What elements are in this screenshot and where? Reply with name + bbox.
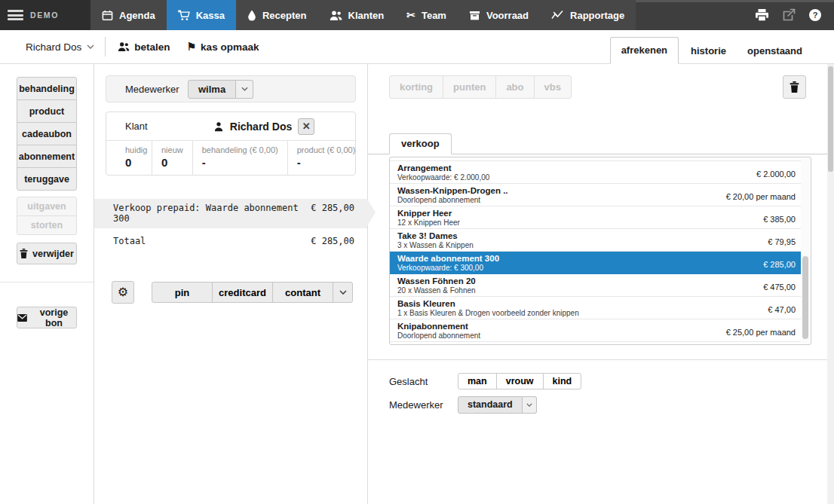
klant-selection: Richard Dos ✕ (182, 118, 346, 135)
standaard-value[interactable]: standaard (458, 396, 523, 414)
envelope-icon (17, 314, 27, 322)
standaard-select[interactable]: standaard (458, 396, 537, 414)
klant-header: Klant Richard Dos ✕ (106, 112, 355, 140)
list-item-knipper-heer[interactable]: Knipper Heer 12 x Knippen Heer € 385,00 (390, 206, 801, 229)
stat-huidig: huidig 0 (106, 141, 152, 175)
nav-tab-klanten[interactable]: Klanten (318, 0, 396, 30)
help-icon[interactable]: ? (808, 8, 822, 22)
gear-icon[interactable]: ⚙ (112, 281, 134, 304)
flag-icon: ⚑ (187, 41, 197, 52)
abo-button[interactable]: abo (495, 75, 534, 99)
chevron-down-icon[interactable] (236, 80, 253, 99)
teruggave-button[interactable]: teruggave (17, 167, 77, 191)
tab-historie[interactable]: historie (680, 38, 737, 64)
vrouw-button[interactable]: vrouw (496, 373, 544, 389)
page-scrollbar-thumb[interactable] (828, 66, 833, 172)
export-icon[interactable] (782, 8, 796, 22)
pin-button[interactable]: pin (152, 282, 213, 303)
chevron-down-icon[interactable] (523, 396, 537, 414)
clear-sale-button[interactable] (783, 75, 806, 99)
verwijder-button[interactable]: verwijder (17, 243, 77, 264)
list-item-take3-dames[interactable]: Take 3! Dames 3 x Wassen & Knippen € 79,… (390, 229, 801, 252)
list-item-waarde-abonnement-300[interactable]: Waarde abonnement 300 Verkoopwaarde: € 3… (390, 252, 801, 274)
item-subtitle: Verkoopwaarde: € 300,00 (397, 264, 786, 272)
nav-tab-agenda[interactable]: Agenda (90, 0, 167, 30)
cash-action-group: uitgaven storten (17, 197, 77, 235)
item-price: € 47,00 (768, 305, 796, 314)
receipt-total-row: Totaal € 285,00 (94, 228, 367, 246)
item-title: Knipper Heer (397, 209, 786, 218)
nav-tab-recepten[interactable]: Recepten (236, 0, 318, 30)
hamburger-icon[interactable] (8, 8, 23, 23)
item-subtitle: Verkoopwaarde: € 2.000,00 (397, 173, 786, 182)
modifier-row: korting punten abo vbs (389, 75, 806, 99)
verwijder-label: verwijder (32, 249, 74, 259)
user-select[interactable]: Richard Dos (26, 41, 94, 53)
kas-opmaak-button[interactable]: ⚑ kas opmaak (187, 41, 259, 53)
nav-tab-label: Rapportage (570, 10, 624, 21)
demo-label: DEMO (30, 11, 59, 20)
tab-afrekenen[interactable]: afrekenen (610, 37, 679, 64)
list-item-wassen-fohnen-20[interactable]: Wassen Föhnen 20 20 x Wassen & Fohnen € … (390, 274, 801, 297)
list-item-wassen-knippen-drogen[interactable]: Wassen-Knippen-Drogen .. Doorlopend abon… (390, 184, 801, 206)
chevron-down-icon[interactable] (333, 282, 353, 303)
list-item-arrangement[interactable]: Arrangement Verkoopwaarde: € 2.000,00 € … (390, 161, 801, 184)
checkout-tabs: afrekenen historie openstaand (610, 37, 813, 64)
punten-button[interactable]: punten (443, 75, 496, 99)
kind-button[interactable]: kind (543, 373, 582, 389)
nav-tab-kassa[interactable]: Kassa (167, 0, 236, 30)
nav-tab-voorraad[interactable]: Voorraad (458, 0, 540, 30)
uitgaven-button[interactable]: uitgaven (17, 197, 77, 216)
contant-button[interactable]: contant (272, 282, 333, 303)
sale-tab-row: verkoop (368, 133, 834, 154)
menu-area[interactable]: DEMO (0, 0, 90, 30)
topbar-spacer (636, 0, 755, 30)
divider (105, 37, 106, 57)
item-subtitle: 3 x Wassen & Knippen (397, 241, 786, 249)
receipt-line-description: Verkoop prepaid: Waarde abonnement 300 (113, 203, 303, 224)
sale-type-sidebar: behandeling product cadeaubon abonnement… (0, 64, 94, 504)
tab-verkoop[interactable]: verkoop (389, 133, 452, 154)
receipt-line-selected[interactable]: Verkoop prepaid: Waarde abonnement 300 €… (94, 199, 367, 228)
betalen-button[interactable]: betalen (118, 41, 170, 53)
creditcard-button[interactable]: creditcard (212, 282, 273, 303)
item-price: € 2.000,00 (756, 170, 796, 179)
drop-icon (247, 10, 256, 21)
abonnement-button[interactable]: abonnement (17, 145, 77, 168)
scissors-icon: ✂ (406, 10, 415, 20)
tab-openstaand[interactable]: openstaand (737, 38, 813, 64)
nav-tab-label: Recepten (262, 10, 307, 21)
storten-button[interactable]: storten (17, 215, 77, 235)
page-scrollbar[interactable] (827, 64, 834, 504)
payment-method-group: pin creditcard contant (152, 282, 353, 303)
vorige-bon-button[interactable]: vorige bon (17, 307, 77, 328)
item-subtitle: 12 x Knippen Heer (397, 218, 786, 227)
close-icon[interactable]: ✕ (298, 118, 314, 135)
medewerker-select[interactable]: wilma (188, 80, 253, 99)
medewerker-value[interactable]: wilma (188, 80, 236, 99)
nav-tab-label: Agenda (119, 10, 155, 21)
list-scrollbar-thumb[interactable] (802, 256, 808, 339)
list-scrollbar[interactable] (801, 158, 810, 344)
klant-box: Klant Richard Dos ✕ huidig 0 (106, 111, 356, 176)
cadeaubon-button[interactable]: cadeaubon (17, 122, 77, 145)
item-price: € 79,95 (768, 237, 796, 246)
main-nav-tabs: Agenda Kassa Recepten (90, 0, 636, 30)
printer-icon[interactable] (755, 8, 769, 22)
main-area: behandeling product cadeaubon abonnement… (0, 64, 834, 504)
korting-button[interactable]: korting (389, 75, 443, 99)
man-button[interactable]: man (458, 373, 497, 389)
list-item-knipabonnement[interactable]: Knipabonnement Doorlopend abonnement € 2… (390, 319, 801, 342)
behandeling-button[interactable]: behandeling (17, 77, 77, 100)
item-price: € 20,00 per maand (726, 192, 796, 201)
top-navigation-bar: DEMO Agenda Kassa (0, 0, 834, 30)
stat-value: 0 (125, 156, 143, 169)
panel-divider (368, 359, 834, 360)
product-button[interactable]: product (17, 99, 77, 123)
receipt-line-amount: € 285,00 (311, 203, 354, 224)
calendar-icon (102, 10, 113, 21)
vbs-button[interactable]: vbs (534, 75, 572, 99)
nav-tab-team[interactable]: ✂ Team (395, 0, 458, 30)
nav-tab-rapportage[interactable]: Rapportage (540, 0, 636, 30)
list-item-basis-kleuren[interactable]: Basis Kleuren 1 x Basis Kleuren & Drogen… (390, 297, 801, 319)
